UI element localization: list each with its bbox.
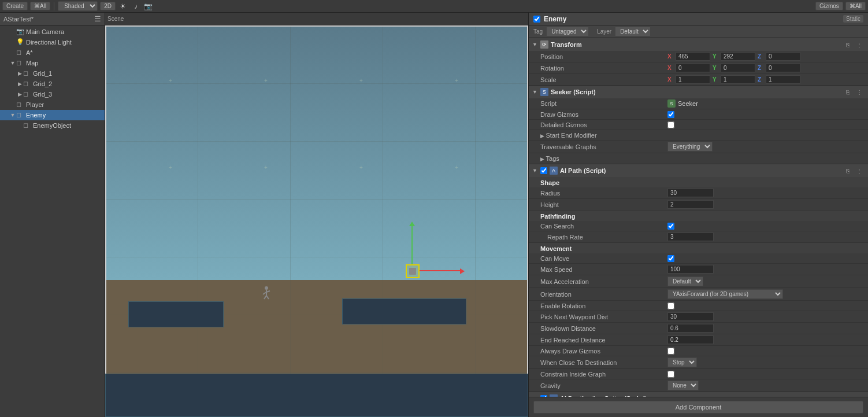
light-icon: 💡 <box>16 38 24 46</box>
draw-gizmos-checkbox[interactable] <box>667 111 674 118</box>
seeker-script-value: S Seeker <box>667 99 863 108</box>
shaded-select[interactable]: Shaded <box>58 1 98 11</box>
aidest-header[interactable]: ▼ A AI Destination Setter (Script) ⎘ ⋮ <box>529 392 868 397</box>
hierarchy-title: AStarTest* <box>3 16 92 23</box>
aipath-copy-btn[interactable]: ⎘ <box>844 167 852 175</box>
can-search-checkbox[interactable] <box>667 223 674 230</box>
gizmos-button[interactable]: Gizmos <box>815 2 843 10</box>
hier-item-map[interactable]: ▼ ◻ Map <box>0 58 105 68</box>
seeker-script-name: Seeker <box>678 100 698 107</box>
enable-rotation-checkbox[interactable] <box>667 302 674 309</box>
hier-item-astar[interactable]: ◻ A* <box>0 47 105 58</box>
max-accel-select[interactable]: Default <box>667 276 703 286</box>
scale-z-input[interactable] <box>766 75 800 84</box>
slowdown-dist-input[interactable] <box>667 324 714 333</box>
orientation-select[interactable]: YAxisForward (for 2D games) <box>667 289 783 299</box>
rot-x-input[interactable] <box>676 64 710 72</box>
hier-item-grid3[interactable]: ▶ ◻ Grid_3 <box>0 89 105 99</box>
scale-row: Scale X Y Z <box>529 74 868 85</box>
traversable-graphs-select[interactable]: Everything <box>667 142 713 152</box>
inspector-scroll[interactable]: ▼ ⟳ Transform ⎘ ⋮ Position X Y <box>529 38 868 397</box>
hierarchy-menu-icon[interactable]: ☰ <box>94 14 101 23</box>
enemy-selection-box <box>406 264 420 278</box>
hier-item-directional-light[interactable]: 💡 Directional Light <box>0 37 105 47</box>
aipath-menu-btn[interactable]: ⋮ <box>854 167 865 175</box>
transform-header[interactable]: ▼ ⟳ Transform ⎘ ⋮ <box>529 38 868 51</box>
all-button-2[interactable]: ⌘All <box>845 2 866 10</box>
hier-label: Directional Light <box>26 39 72 46</box>
pos-x-input[interactable] <box>676 52 710 61</box>
sun-icon[interactable]: ☀ <box>118 1 128 12</box>
seeker-script-row: Script S Seeker <box>529 98 868 109</box>
inspector-panel: Enemy Static Tag Untagged Layer Default … <box>528 13 868 417</box>
max-speed-input[interactable] <box>667 265 714 274</box>
aipath-header[interactable]: ▼ A AI Path (Script) ⎘ ⋮ <box>529 164 868 177</box>
object-active-checkbox[interactable] <box>533 16 540 23</box>
hier-item-enemy[interactable]: ▼ ◻ Enemy <box>0 110 105 120</box>
sound-icon[interactable]: ♪ <box>131 1 141 12</box>
hier-item-grid2[interactable]: ▶ ◻ Grid_2 <box>0 79 105 89</box>
rotation-row: Rotation X Y Z <box>529 62 868 74</box>
pos-y-input[interactable] <box>721 52 755 61</box>
2d-button[interactable]: 2D <box>100 2 116 10</box>
height-input[interactable] <box>667 200 714 209</box>
slowdown-dist-row: Slowdown Distance <box>529 323 868 334</box>
scale-x-input[interactable] <box>676 75 710 84</box>
enable-rotation-row: Enable Rotation <box>529 301 868 311</box>
transform-component: ▼ ⟳ Transform ⎘ ⋮ Position X Y <box>529 38 868 86</box>
all-button[interactable]: ⌘All <box>30 2 50 10</box>
always-draw-gizmos-checkbox[interactable] <box>667 348 674 355</box>
transform-copy-btn[interactable]: ⎘ <box>844 41 852 49</box>
transform-title: Transform <box>551 41 841 48</box>
hier-label: Enemy <box>26 112 46 119</box>
z-label: Z <box>758 53 765 60</box>
pos-z-input[interactable] <box>766 52 800 61</box>
height-label: Height <box>540 201 667 208</box>
max-speed-row: Max Speed <box>529 264 868 275</box>
aipath-icon: A <box>550 167 558 175</box>
max-accel-row: Max Acceleration Default <box>529 275 868 288</box>
pick-next-wp-input[interactable] <box>667 312 714 321</box>
can-search-label: Can Search <box>540 223 667 230</box>
aipath-enabled-checkbox[interactable] <box>540 167 547 174</box>
hier-label: Main Camera <box>26 28 64 35</box>
seeker-title: Seeker (Script) <box>551 88 841 95</box>
layer-select[interactable]: Default <box>615 27 651 36</box>
radius-input[interactable] <box>667 189 714 197</box>
rot-y-input[interactable] <box>721 64 755 72</box>
scale-y-input[interactable] <box>721 75 755 84</box>
create-button[interactable]: Create <box>2 2 28 10</box>
when-close-select[interactable]: Stop <box>667 357 697 367</box>
object-icon: ◻ <box>23 90 31 98</box>
add-component-bar: Add Component <box>529 397 868 417</box>
scene-toolbar: Scene <box>105 13 528 25</box>
x-axis-arrow <box>420 270 460 271</box>
seeker-menu-btn[interactable]: ⋮ <box>854 88 865 96</box>
camera-icon[interactable]: 📷 <box>143 1 154 12</box>
hier-item-grid1[interactable]: ▶ ◻ Grid_1 <box>0 68 105 79</box>
hier-item-enemyobject[interactable]: ◻ EnemyObject <box>0 120 105 131</box>
object-icon: ◻ <box>16 101 24 109</box>
scene-view[interactable]: + + + + + + + + <box>105 25 528 417</box>
can-move-checkbox[interactable] <box>667 255 674 262</box>
constrain-inside-row: Constrain Inside Graph <box>529 369 868 379</box>
scale-y-field: Y <box>713 75 755 84</box>
y-label: Y <box>713 65 719 71</box>
seeker-header[interactable]: ▼ S Seeker (Script) ⎘ ⋮ <box>529 86 868 98</box>
static-badge: Static <box>843 15 863 23</box>
hier-item-main-camera[interactable]: 📷 Main Camera <box>0 27 105 37</box>
constrain-inside-checkbox[interactable] <box>667 371 674 378</box>
always-draw-gizmos-label: Always Draw Gizmos <box>540 348 667 355</box>
end-reached-dist-input[interactable] <box>667 335 714 344</box>
repath-rate-input[interactable] <box>667 233 714 241</box>
detailed-gizmos-checkbox[interactable] <box>667 121 674 128</box>
tag-select[interactable]: Untagged <box>546 27 589 36</box>
seeker-copy-btn[interactable]: ⎘ <box>844 88 852 96</box>
gravity-select[interactable]: None <box>667 381 699 390</box>
hier-item-player[interactable]: ◻ Player <box>0 99 105 110</box>
rot-z-input[interactable] <box>766 64 800 72</box>
add-component-button[interactable]: Add Component <box>533 401 863 414</box>
enemy-gizmo-container[interactable] <box>406 264 420 278</box>
object-icon: ◻ <box>23 69 31 78</box>
transform-menu-btn[interactable]: ⋮ <box>854 41 865 49</box>
